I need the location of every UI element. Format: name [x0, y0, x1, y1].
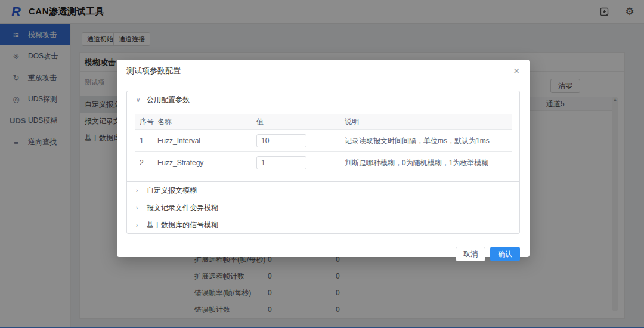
common-params-table: 序号 名称 值 说明 1 Fuzz_Interval 记录读取报文时间间隔，单位… [127, 108, 519, 181]
modal-header: 测试项参数配置 ✕ [117, 60, 530, 82]
modal-body: ∨ 公用配置参数 序号 名称 值 说明 1 Fuzz_Interval [117, 82, 530, 234]
cancel-button[interactable]: 取消 [456, 247, 485, 261]
collapse-panel-db-signal: › 基于数据库的信号模糊 [127, 216, 519, 233]
collapse-panel-common: ∨ 公用配置参数 序号 名称 值 说明 1 Fuzz_Interval [127, 91, 519, 181]
chevron-right-icon: › [136, 205, 141, 211]
chevron-right-icon: › [136, 187, 141, 194]
fuzz-strategy-input[interactable] [256, 156, 306, 169]
collapse-title: 自定义报文模糊 [147, 185, 197, 196]
chevron-down-icon: ∨ [136, 97, 141, 103]
modal-footer: 取消 确认 [117, 243, 530, 265]
config-collapse: ∨ 公用配置参数 序号 名称 值 说明 1 Fuzz_Interval [126, 91, 520, 234]
test-item-config-modal: 测试项参数配置 ✕ ∨ 公用配置参数 序号 名称 值 说明 [117, 60, 530, 257]
collapse-header-common[interactable]: ∨ 公用配置参数 [127, 91, 519, 108]
confirm-button[interactable]: 确认 [490, 247, 520, 261]
param-desc: 记录读取报文时间间隔，单位ms，默认为1ms [345, 136, 512, 146]
collapse-title: 基于数据库的信号模糊 [147, 220, 218, 230]
collapse-panel-record-file: › 报文记录文件变异模糊 [127, 199, 519, 216]
param-desc: 判断是哪种模糊，0为随机模糊，1为枚举模糊 [345, 158, 512, 168]
collapse-header-custom-frame[interactable]: › 自定义报文模糊 [127, 182, 519, 199]
fuzz-interval-input[interactable] [256, 134, 306, 147]
param-no: 2 [135, 159, 157, 167]
app-root: R CAN渗透测试工具 ⚙ ≋ 模糊攻击 ※ DOS攻击 ↻ 重放攻击 [0, 0, 644, 328]
params-table-header: 序号 名称 值 说明 [135, 114, 512, 130]
collapse-title: 公用配置参数 [147, 95, 190, 105]
param-no: 1 [135, 137, 157, 145]
collapse-header-record-file[interactable]: › 报文记录文件变异模糊 [127, 199, 519, 216]
chevron-right-icon: › [136, 222, 141, 228]
param-name: Fuzz_Interval [157, 137, 256, 145]
close-icon[interactable]: ✕ [513, 67, 520, 75]
param-name: Fuzz_Strategy [157, 159, 256, 167]
param-row-fuzz-interval: 1 Fuzz_Interval 记录读取报文时间间隔，单位ms，默认为1ms [135, 130, 512, 152]
collapse-title: 报文记录文件变异模糊 [147, 203, 218, 213]
modal-title: 测试项参数配置 [126, 66, 181, 76]
collapse-header-db-signal[interactable]: › 基于数据库的信号模糊 [127, 216, 519, 233]
collapse-panel-custom-frame: › 自定义报文模糊 [127, 181, 519, 199]
param-row-fuzz-strategy: 2 Fuzz_Strategy 判断是哪种模糊，0为随机模糊，1为枚举模糊 [135, 152, 512, 174]
